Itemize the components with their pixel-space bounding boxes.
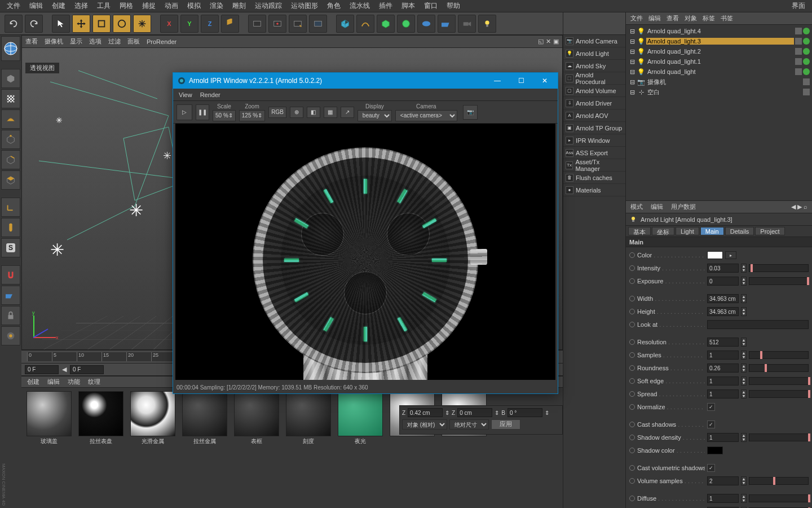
spinner[interactable]: ▲▼ bbox=[741, 433, 747, 442]
attr-menu[interactable]: 模式 bbox=[630, 203, 643, 211]
value-input[interactable] bbox=[707, 338, 739, 347]
color-swatch[interactable] bbox=[707, 446, 723, 454]
render-button[interactable] bbox=[248, 15, 266, 33]
menu-interface[interactable]: 界面 bbox=[787, 1, 810, 11]
frame-current-input[interactable] bbox=[70, 365, 104, 374]
ipr-menu-item[interactable]: View bbox=[179, 91, 192, 98]
scale-tool[interactable] bbox=[92, 15, 111, 33]
spinner[interactable]: ▲▼ bbox=[741, 494, 747, 503]
ipr-grid-button[interactable]: ▦ bbox=[324, 107, 337, 118]
spinner[interactable]: ▲▼ bbox=[741, 376, 747, 386]
arnold-menu-item[interactable]: AssASS Export bbox=[563, 147, 625, 159]
arnold-menu-item[interactable]: ⇩Arnold Driver bbox=[563, 97, 625, 110]
axis-z-button[interactable]: Z bbox=[201, 15, 219, 33]
attr-menu[interactable]: 用户数据 bbox=[671, 203, 696, 211]
add-floor-button[interactable] bbox=[438, 15, 456, 33]
menu-帮助[interactable]: 帮助 bbox=[442, 1, 465, 11]
snap-mode-button[interactable]: S bbox=[1, 238, 20, 257]
point-mode-button[interactable] bbox=[1, 130, 20, 149]
ipr-alpha-button[interactable]: ⊕ bbox=[290, 107, 303, 118]
globe-view-button[interactable] bbox=[1, 36, 20, 61]
spinner[interactable]: ▲▼ bbox=[741, 389, 747, 398]
spinner[interactable]: ▲▼ bbox=[741, 476, 747, 485]
slider[interactable] bbox=[749, 364, 809, 372]
spinner[interactable]: ▲▼ bbox=[741, 264, 747, 273]
color-swatch[interactable] bbox=[707, 251, 723, 259]
attr-tab-Project[interactable]: Project bbox=[755, 227, 784, 235]
menu-编辑[interactable]: 编辑 bbox=[25, 1, 47, 11]
workplane-button[interactable] bbox=[1, 286, 20, 305]
coord-z-input[interactable] bbox=[408, 408, 443, 417]
model-mode-button[interactable] bbox=[1, 69, 20, 88]
attr-tab-Main[interactable]: Main bbox=[700, 227, 724, 235]
visibility-dot[interactable] bbox=[803, 48, 810, 55]
ipr-scale-select[interactable]: 50 % ⇕ bbox=[213, 110, 236, 121]
menu-网格[interactable]: 网格 bbox=[115, 1, 138, 11]
mat-tab[interactable]: 功能 bbox=[68, 378, 80, 386]
tree-row[interactable]: ⊟⊹空白 bbox=[627, 87, 811, 97]
tree-row[interactable]: ⊟💡Arnold quad_light.2 bbox=[627, 46, 811, 56]
value-input[interactable] bbox=[707, 494, 739, 503]
transform-tool[interactable] bbox=[133, 15, 151, 33]
arnold-menu-item[interactable]: ☁Arnold Sky bbox=[563, 60, 625, 72]
add-generator-button[interactable] bbox=[377, 15, 395, 33]
add-cube-button[interactable] bbox=[336, 15, 354, 33]
vp-tab[interactable]: 摄像机 bbox=[45, 37, 63, 46]
menu-渲染[interactable]: 渲染 bbox=[205, 1, 228, 11]
material-item[interactable]: 光滑金属 bbox=[129, 391, 177, 445]
material-item[interactable]: 刻度 bbox=[284, 391, 333, 445]
attr-menu[interactable]: 编辑 bbox=[651, 203, 663, 211]
visibility-dot[interactable] bbox=[803, 28, 810, 34]
vp-tab[interactable]: 显示 bbox=[70, 37, 82, 46]
add-environment-button[interactable] bbox=[417, 15, 435, 33]
vp-tab[interactable]: 过滤 bbox=[108, 37, 121, 46]
undo-button[interactable] bbox=[5, 15, 23, 33]
ipr-pause-button[interactable]: ❚❚ bbox=[196, 104, 209, 120]
value-input[interactable] bbox=[707, 320, 809, 329]
spinner[interactable]: ▲▼ bbox=[741, 294, 747, 303]
tree-row[interactable]: ⊟💡Arnold quad_light.1 bbox=[627, 56, 811, 67]
obj-tab[interactable]: 文件 bbox=[630, 14, 643, 23]
frame-start-input[interactable] bbox=[25, 365, 59, 374]
spinner[interactable]: ▲▼ bbox=[741, 338, 747, 347]
color-picker-button[interactable]: ▸ bbox=[725, 251, 736, 259]
obj-tab[interactable]: 标签 bbox=[703, 14, 715, 23]
arnold-menu-item[interactable]: TxAsset/Tx Manager bbox=[563, 159, 625, 172]
value-input[interactable] bbox=[707, 277, 739, 286]
value-input[interactable] bbox=[707, 476, 739, 485]
obj-tab[interactable]: 编辑 bbox=[648, 14, 661, 23]
ipr-titlebar[interactable]: Arnold IPR Window v2.2.2.1 (Arnold 5.0.2… bbox=[173, 73, 558, 89]
add-light-button[interactable] bbox=[478, 15, 496, 33]
arnold-menu-item[interactable]: AArnold AOV bbox=[563, 110, 625, 122]
menu-选择[interactable]: 选择 bbox=[70, 1, 92, 11]
ipr-snapshot-button[interactable]: 📷 bbox=[463, 105, 478, 120]
axis-mode-button[interactable] bbox=[1, 198, 20, 217]
mat-tab[interactable]: 编辑 bbox=[47, 378, 60, 386]
value-input[interactable] bbox=[707, 364, 739, 373]
edge-mode-button[interactable] bbox=[1, 150, 20, 169]
vp-gizmo-icon[interactable]: ◱ bbox=[538, 38, 544, 45]
menu-动画[interactable]: 动画 bbox=[160, 1, 183, 11]
tree-row[interactable]: ⊟📷摄像机 bbox=[627, 77, 811, 87]
material-item[interactable]: 拉丝表盘 bbox=[77, 391, 125, 445]
ipr-zoom-select[interactable]: 125 % ⇕ bbox=[239, 110, 265, 121]
vp-tab[interactable]: 选项 bbox=[89, 37, 102, 46]
minimize-button[interactable]: — bbox=[489, 77, 506, 85]
axis-y-button[interactable]: Y bbox=[180, 15, 198, 33]
slider[interactable] bbox=[749, 477, 809, 485]
vp-tab[interactable]: ProRender bbox=[147, 38, 176, 45]
rotate-tool[interactable] bbox=[113, 15, 131, 33]
slider[interactable] bbox=[749, 377, 809, 385]
slider[interactable] bbox=[749, 264, 809, 272]
ipr-display-select[interactable]: beauty bbox=[358, 110, 392, 121]
ipr-export-button[interactable]: ↗ bbox=[341, 107, 354, 118]
surface-mode-button[interactable] bbox=[1, 110, 20, 129]
spinner[interactable]: ▲▼ bbox=[741, 351, 747, 360]
soft-select-button[interactable] bbox=[1, 326, 20, 345]
redo-button[interactable] bbox=[25, 15, 43, 33]
visibility-dot[interactable] bbox=[803, 58, 810, 65]
polygon-mode-button[interactable] bbox=[1, 170, 20, 190]
arnold-menu-item[interactable]: ●Materials bbox=[563, 184, 625, 196]
obj-tab[interactable]: 对象 bbox=[685, 14, 697, 23]
material-item[interactable]: 夜光 bbox=[336, 391, 385, 445]
